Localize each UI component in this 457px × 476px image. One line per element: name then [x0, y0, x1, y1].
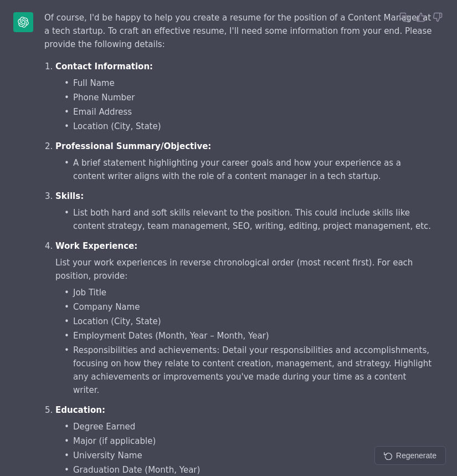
list-item: Location (City, State)	[64, 315, 432, 328]
regenerate-button[interactable]: Regenerate	[374, 446, 446, 465]
thumbs-down-button[interactable]	[432, 11, 444, 23]
section-work-title: Work Experience:	[55, 241, 137, 251]
copy-button[interactable]	[398, 11, 410, 23]
thumbs-up-button[interactable]	[415, 11, 427, 23]
message-actions-bar	[398, 11, 444, 23]
list-item: Email Address	[64, 105, 432, 119]
thumbs-down-icon	[433, 12, 443, 22]
list-item: Company Name	[64, 300, 432, 314]
assistant-avatar	[13, 12, 33, 32]
section-education: Education: Degree Earned Major (if appli…	[55, 403, 432, 476]
contact-items: Full Name Phone Number Email Address Loc…	[55, 76, 432, 133]
skills-items: List both hard and soft skills relevant …	[55, 206, 432, 233]
regenerate-container: Regenerate	[374, 446, 446, 465]
list-item: Responsibilities and achievements: Detai…	[64, 344, 432, 397]
list-item: Job Title	[64, 286, 432, 299]
section-contact-title: Contact Information:	[55, 62, 153, 71]
copy-icon	[399, 12, 409, 22]
assistant-message: Of course, I'd be happy to help you crea…	[0, 0, 457, 476]
work-items: Job Title Company Name Location (City, S…	[55, 286, 432, 397]
list-item: Location (City, State)	[64, 120, 432, 133]
regenerate-icon	[384, 451, 393, 460]
section-summary: Professional Summary/Objective: A brief …	[55, 140, 432, 183]
list-item: Phone Number	[64, 91, 432, 104]
section-summary-title: Professional Summary/Objective:	[55, 141, 211, 151]
work-preamble: List your work experiences in reverse ch…	[55, 256, 432, 283]
section-work: Work Experience: List your work experien…	[55, 239, 432, 397]
section-education-title: Education:	[55, 405, 105, 415]
list-item: Degree Earned	[64, 420, 432, 433]
section-skills-title: Skills:	[55, 191, 84, 201]
svg-rect-0	[403, 16, 409, 22]
thumbs-up-icon	[416, 12, 426, 22]
openai-logo-icon	[18, 17, 29, 28]
regenerate-label: Regenerate	[396, 451, 437, 460]
section-skills: Skills: List both hard and soft skills r…	[55, 190, 432, 233]
sections-list: Contact Information: Full Name Phone Num…	[44, 60, 432, 476]
intro-text: Of course, I'd be happy to help you crea…	[44, 11, 432, 51]
message-body: Of course, I'd be happy to help you crea…	[44, 11, 432, 476]
list-item: Full Name	[64, 76, 432, 90]
list-item: List both hard and soft skills relevant …	[64, 206, 432, 233]
summary-items: A brief statement highlighting your care…	[55, 156, 432, 183]
section-contact: Contact Information: Full Name Phone Num…	[55, 60, 432, 133]
list-item: Employment Dates (Month, Year – Month, Y…	[64, 329, 432, 342]
list-item: A brief statement highlighting your care…	[64, 156, 432, 183]
list-item: Graduation Date (Month, Year)	[64, 463, 432, 476]
